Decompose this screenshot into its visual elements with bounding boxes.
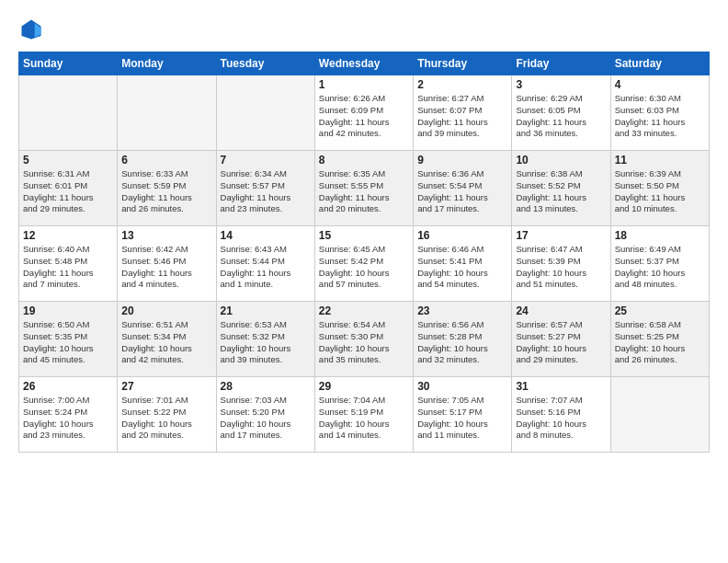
calendar-day-cell: 7Sunrise: 6:34 AM Sunset: 5:57 PM Daylig…: [216, 151, 314, 226]
day-info: Sunrise: 6:49 AM Sunset: 5:37 PM Dayligh…: [615, 244, 705, 291]
calendar-day-cell: 5Sunrise: 6:31 AM Sunset: 6:01 PM Daylig…: [19, 151, 118, 226]
day-info: Sunrise: 6:58 AM Sunset: 5:25 PM Dayligh…: [615, 319, 705, 366]
calendar-day-cell: 26Sunrise: 7:00 AM Sunset: 5:24 PM Dayli…: [19, 377, 118, 453]
calendar-day-cell: [19, 75, 118, 151]
calendar-day-cell: 23Sunrise: 6:56 AM Sunset: 5:28 PM Dayli…: [414, 302, 512, 377]
day-info: Sunrise: 6:51 AM Sunset: 5:34 PM Dayligh…: [121, 319, 211, 366]
day-info: Sunrise: 6:53 AM Sunset: 5:32 PM Dayligh…: [221, 319, 311, 366]
day-number: 17: [516, 229, 606, 242]
day-info: Sunrise: 6:30 AM Sunset: 6:03 PM Dayligh…: [615, 93, 705, 140]
day-info: Sunrise: 7:00 AM Sunset: 5:24 PM Dayligh…: [23, 395, 113, 442]
day-info: Sunrise: 6:56 AM Sunset: 5:28 PM Dayligh…: [417, 319, 507, 366]
day-info: Sunrise: 6:35 AM Sunset: 5:55 PM Dayligh…: [319, 168, 409, 215]
calendar-week-row: 26Sunrise: 7:00 AM Sunset: 5:24 PM Dayli…: [19, 377, 710, 453]
weekday-header-friday: Friday: [512, 52, 610, 75]
day-number: 28: [221, 380, 311, 393]
day-number: 1: [319, 78, 409, 91]
day-number: 14: [221, 229, 311, 242]
day-info: Sunrise: 7:04 AM Sunset: 5:19 PM Dayligh…: [319, 395, 409, 442]
calendar-day-cell: [610, 377, 709, 453]
weekday-header-sunday: Sunday: [19, 52, 118, 75]
calendar-day-cell: 16Sunrise: 6:46 AM Sunset: 5:41 PM Dayli…: [414, 226, 512, 302]
calendar-day-cell: 13Sunrise: 6:42 AM Sunset: 5:46 PM Dayli…: [118, 226, 216, 302]
calendar-day-cell: 31Sunrise: 7:07 AM Sunset: 5:16 PM Dayli…: [512, 377, 610, 453]
calendar-day-cell: 28Sunrise: 7:03 AM Sunset: 5:20 PM Dayli…: [216, 377, 314, 453]
calendar-day-cell: [216, 75, 314, 151]
day-number: 31: [516, 380, 606, 393]
day-number: 10: [516, 154, 606, 167]
calendar-day-cell: 9Sunrise: 6:36 AM Sunset: 5:54 PM Daylig…: [414, 151, 512, 226]
calendar-week-row: 12Sunrise: 6:40 AM Sunset: 5:48 PM Dayli…: [19, 226, 710, 302]
day-number: 22: [319, 304, 409, 317]
day-info: Sunrise: 6:29 AM Sunset: 6:05 PM Dayligh…: [516, 93, 606, 140]
day-number: 15: [319, 229, 409, 242]
calendar-week-row: 5Sunrise: 6:31 AM Sunset: 6:01 PM Daylig…: [19, 151, 710, 226]
day-number: 29: [319, 380, 409, 393]
calendar-day-cell: 22Sunrise: 6:54 AM Sunset: 5:30 PM Dayli…: [314, 302, 413, 377]
day-number: 25: [615, 304, 705, 317]
day-number: 3: [516, 78, 606, 91]
calendar-day-cell: 27Sunrise: 7:01 AM Sunset: 5:22 PM Dayli…: [118, 377, 216, 453]
day-info: Sunrise: 7:05 AM Sunset: 5:17 PM Dayligh…: [417, 395, 507, 442]
calendar-day-cell: 25Sunrise: 6:58 AM Sunset: 5:25 PM Dayli…: [610, 302, 709, 377]
header: [18, 17, 710, 42]
calendar-day-cell: 4Sunrise: 6:30 AM Sunset: 6:03 PM Daylig…: [610, 75, 709, 151]
day-info: Sunrise: 6:43 AM Sunset: 5:44 PM Dayligh…: [221, 244, 311, 291]
day-info: Sunrise: 6:27 AM Sunset: 6:07 PM Dayligh…: [417, 93, 507, 140]
calendar-week-row: 19Sunrise: 6:50 AM Sunset: 5:35 PM Dayli…: [19, 302, 710, 377]
day-info: Sunrise: 7:07 AM Sunset: 5:16 PM Dayligh…: [516, 395, 606, 442]
svg-marker-2: [31, 20, 35, 40]
day-number: 23: [417, 304, 507, 317]
day-number: 24: [516, 304, 606, 317]
weekday-header-thursday: Thursday: [414, 52, 512, 75]
day-info: Sunrise: 6:38 AM Sunset: 5:52 PM Dayligh…: [516, 168, 606, 215]
calendar-day-cell: 6Sunrise: 6:33 AM Sunset: 5:59 PM Daylig…: [118, 151, 216, 226]
calendar-table: SundayMondayTuesdayWednesdayThursdayFrid…: [18, 52, 710, 453]
day-info: Sunrise: 6:26 AM Sunset: 6:09 PM Dayligh…: [319, 93, 409, 140]
day-number: 6: [121, 154, 211, 167]
calendar-day-cell: 29Sunrise: 7:04 AM Sunset: 5:19 PM Dayli…: [314, 377, 413, 453]
calendar-day-cell: 24Sunrise: 6:57 AM Sunset: 5:27 PM Dayli…: [512, 302, 610, 377]
calendar-day-cell: 17Sunrise: 6:47 AM Sunset: 5:39 PM Dayli…: [512, 226, 610, 302]
day-info: Sunrise: 6:34 AM Sunset: 5:57 PM Dayligh…: [221, 168, 311, 215]
calendar-day-cell: 11Sunrise: 6:39 AM Sunset: 5:50 PM Dayli…: [610, 151, 709, 226]
calendar-day-cell: 1Sunrise: 6:26 AM Sunset: 6:09 PM Daylig…: [314, 75, 413, 151]
day-info: Sunrise: 6:46 AM Sunset: 5:41 PM Dayligh…: [417, 244, 507, 291]
day-number: 21: [221, 304, 311, 317]
day-number: 9: [417, 154, 507, 167]
calendar-day-cell: 30Sunrise: 7:05 AM Sunset: 5:17 PM Dayli…: [414, 377, 512, 453]
day-info: Sunrise: 6:31 AM Sunset: 6:01 PM Dayligh…: [23, 168, 113, 215]
day-info: Sunrise: 6:57 AM Sunset: 5:27 PM Dayligh…: [516, 319, 606, 366]
day-number: 30: [417, 380, 507, 393]
day-info: Sunrise: 6:45 AM Sunset: 5:42 PM Dayligh…: [319, 244, 409, 291]
day-number: 5: [23, 154, 113, 167]
calendar-day-cell: [118, 75, 216, 151]
logo: [18, 17, 48, 42]
weekday-header-wednesday: Wednesday: [314, 52, 413, 75]
day-info: Sunrise: 6:39 AM Sunset: 5:50 PM Dayligh…: [615, 168, 705, 215]
calendar-day-cell: 2Sunrise: 6:27 AM Sunset: 6:07 PM Daylig…: [414, 75, 512, 151]
day-info: Sunrise: 6:40 AM Sunset: 5:48 PM Dayligh…: [23, 244, 113, 291]
day-number: 20: [121, 304, 211, 317]
calendar-day-cell: 20Sunrise: 6:51 AM Sunset: 5:34 PM Dayli…: [118, 302, 216, 377]
weekday-header-saturday: Saturday: [610, 52, 709, 75]
day-info: Sunrise: 6:36 AM Sunset: 5:54 PM Dayligh…: [417, 168, 507, 215]
day-number: 12: [23, 229, 113, 242]
logo-icon: [18, 17, 44, 42]
day-number: 18: [615, 229, 705, 242]
calendar-day-cell: 10Sunrise: 6:38 AM Sunset: 5:52 PM Dayli…: [512, 151, 610, 226]
day-number: 7: [221, 154, 311, 167]
day-info: Sunrise: 7:03 AM Sunset: 5:20 PM Dayligh…: [221, 395, 311, 442]
calendar-week-row: 1Sunrise: 6:26 AM Sunset: 6:09 PM Daylig…: [19, 75, 710, 151]
page: SundayMondayTuesdayWednesdayThursdayFrid…: [0, 0, 728, 563]
day-info: Sunrise: 7:01 AM Sunset: 5:22 PM Dayligh…: [121, 395, 211, 442]
day-info: Sunrise: 6:42 AM Sunset: 5:46 PM Dayligh…: [121, 244, 211, 291]
calendar-day-cell: 12Sunrise: 6:40 AM Sunset: 5:48 PM Dayli…: [19, 226, 118, 302]
calendar-day-cell: 15Sunrise: 6:45 AM Sunset: 5:42 PM Dayli…: [314, 226, 413, 302]
calendar-day-cell: 14Sunrise: 6:43 AM Sunset: 5:44 PM Dayli…: [216, 226, 314, 302]
day-info: Sunrise: 6:47 AM Sunset: 5:39 PM Dayligh…: [516, 244, 606, 291]
calendar-day-cell: 19Sunrise: 6:50 AM Sunset: 5:35 PM Dayli…: [19, 302, 118, 377]
day-number: 13: [121, 229, 211, 242]
day-info: Sunrise: 6:50 AM Sunset: 5:35 PM Dayligh…: [23, 319, 113, 366]
day-number: 16: [417, 229, 507, 242]
